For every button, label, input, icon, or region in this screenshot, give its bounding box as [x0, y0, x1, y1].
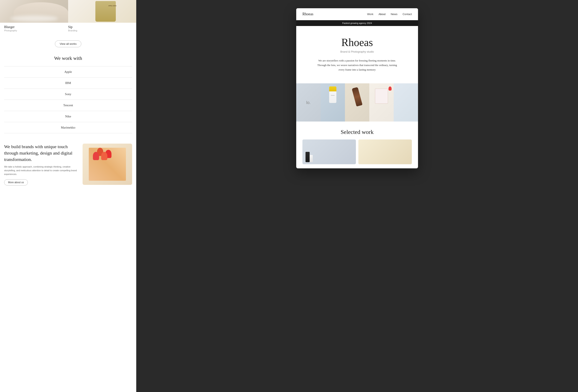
announcement-bar: Fastest growing agency 2024 [296, 20, 418, 26]
client-sony: Sony [4, 89, 132, 100]
we-work-section: We work with Apple IBM Sony Tencent Nike… [0, 53, 136, 135]
work-item-1[interactable] [302, 139, 356, 164]
nav-links: Work About News Contact [367, 13, 412, 16]
selected-work-title: Selected work [302, 129, 412, 135]
hero-section: Rhoeas Brand & Photography studio We are… [296, 26, 418, 78]
project-item-sip: Sip Branding [68, 25, 132, 32]
right-panel: Rhoeas Work About News Contact Fastest g… [136, 0, 578, 392]
brand-image [83, 144, 132, 185]
strip-image-3 [345, 83, 369, 122]
client-nike: Nike [4, 111, 132, 122]
sip-image [68, 0, 136, 23]
strip-image-2 [321, 83, 345, 122]
project-item-blueger: Blueger Photography [4, 25, 68, 32]
strip-image-4 [369, 83, 394, 122]
client-tencent: Tencent [4, 100, 132, 111]
nav-link-about[interactable]: About [379, 13, 385, 16]
more-about-button[interactable]: More about us [4, 179, 28, 185]
strip-image-1 [296, 83, 321, 122]
project-name-blueger: Blueger [4, 25, 68, 29]
view-all-button[interactable]: View all works [55, 41, 81, 47]
hero-title: Rhoeas [302, 36, 412, 48]
client-ibm: IBM [4, 78, 132, 89]
blueger-image [0, 0, 68, 23]
work-grid [302, 139, 412, 164]
view-all-section: View all works [0, 34, 136, 53]
we-work-title: We work with [4, 55, 132, 61]
nav-link-contact[interactable]: Contact [402, 13, 412, 16]
left-panel: Blueger Photography Sip Branding View al… [0, 0, 136, 392]
brand-description: We take a holistic approach, combining s… [4, 165, 78, 176]
strip-image-5 [394, 83, 418, 122]
nav-link-news[interactable]: News [391, 13, 398, 16]
nav-bar: Rhoeas Work About News Contact [296, 8, 418, 20]
work-item-2[interactable] [358, 139, 412, 164]
project-category-sip: Branding [68, 29, 132, 32]
nav-logo[interactable]: Rhoeas [302, 12, 313, 16]
brand-heading: We build brands with unique touch throug… [4, 144, 78, 163]
image-strip [296, 83, 418, 122]
hero-subtitle: Brand & Photography studio [302, 50, 412, 53]
hero-description: We are storytellers with a passion for f… [316, 58, 398, 72]
client-list: Apple IBM Sony Tencent Nike Marimekko [4, 66, 132, 133]
nav-link-work[interactable]: Work [367, 13, 373, 16]
selected-work: Selected work [296, 122, 418, 168]
client-marimekko: Marimekko [4, 122, 132, 133]
browser-window: Rhoeas Work About News Contact Fastest g… [296, 8, 418, 168]
project-name-sip: Sip [68, 25, 132, 29]
project-category-blueger: Photography [4, 29, 68, 32]
brand-text: We build brands with unique touch throug… [4, 144, 78, 185]
brand-section: We build brands with unique touch throug… [0, 135, 136, 194]
top-images [0, 0, 136, 23]
project-titles: Blueger Photography Sip Branding [0, 23, 136, 34]
client-apple: Apple [4, 66, 132, 78]
